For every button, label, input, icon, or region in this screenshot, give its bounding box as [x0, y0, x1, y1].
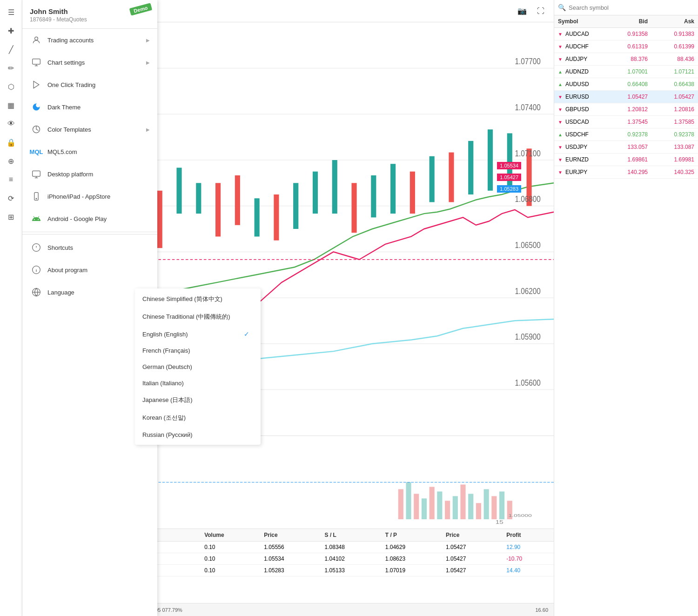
svg-rect-72: [460, 484, 465, 519]
symbol-row[interactable]: ▼ EURNZD 1.69861 1.69981: [554, 154, 698, 166]
col-profit: Profit: [503, 529, 554, 542]
symbol-row[interactable]: ▲ USDCHF 0.92378 0.92378: [554, 128, 698, 141]
col-price: Price: [260, 529, 321, 542]
menu-item-android[interactable]: Android - Google Play: [22, 208, 157, 230]
col-empty1: [168, 529, 184, 542]
symbol-row[interactable]: ▼ AUDCHF 0.61319 0.61399: [554, 40, 698, 53]
hamburger-menu-icon[interactable]: ☰: [3, 4, 20, 20]
header-bid: Bid: [601, 18, 648, 25]
symbol-row[interactable]: ▲ AUDUSD 0.66408 0.66438: [554, 78, 698, 91]
svg-rect-66: [414, 494, 419, 519]
menu-item-color-templates[interactable]: Color Templates ▶: [22, 118, 157, 141]
cell-volume: 0.10: [201, 553, 260, 565]
fullscreen-icon[interactable]: ⛶: [533, 4, 548, 19]
cell-sl: 1.08348: [321, 542, 382, 553]
one-click-trading-icon: [30, 78, 43, 91]
search-bar: 🔍: [554, 0, 698, 15]
screenshot-icon[interactable]: 📷: [515, 4, 530, 19]
desktop-platform-label: Desktop platform: [47, 171, 150, 178]
lang-item-chinese-simplified[interactable]: Chinese Simplified (简体中文): [135, 290, 261, 308]
ask-value: 0.92378: [648, 131, 694, 138]
cell-current-price: 1.05427: [442, 565, 503, 576]
svg-rect-36: [410, 172, 415, 214]
lang-item-french[interactable]: French (Français): [135, 342, 261, 359]
cell-current-price: 1.05427: [442, 542, 503, 553]
symbol-row[interactable]: ▲ AUDNZD 1.07001 1.07121: [554, 66, 698, 78]
draw-line-icon[interactable]: ╱: [3, 41, 20, 58]
lock-icon[interactable]: 🔒: [3, 134, 20, 151]
price-highlight-2: 1.05427: [497, 174, 521, 181]
svg-rect-64: [398, 489, 403, 519]
menu-item-trading-accounts[interactable]: Trading accounts ▶: [22, 29, 157, 51]
svg-rect-15: [176, 167, 181, 214]
svg-rect-69: [437, 491, 442, 519]
symbol-row[interactable]: ▼ AUDCAD 0.91358 0.91383: [554, 28, 698, 40]
shortcuts-icon: [30, 241, 43, 254]
svg-rect-35: [351, 183, 356, 233]
symbol-row[interactable]: ▼ USDCAD 1.37545 1.37585: [554, 116, 698, 128]
svg-point-91: [36, 198, 37, 199]
crosshair-icon[interactable]: ✚: [3, 22, 20, 39]
cell-empty1: [168, 542, 184, 553]
ask-value: 1.07121: [648, 68, 694, 75]
svg-rect-76: [491, 496, 497, 519]
node-icon[interactable]: ⬡: [3, 78, 20, 95]
network-icon[interactable]: ⊕: [3, 153, 20, 169]
list-icon[interactable]: ≡: [3, 171, 20, 188]
pencil-icon[interactable]: ✏: [3, 60, 20, 76]
symbol-row[interactable]: ▼ USDJPY 133.057 133.087: [554, 141, 698, 154]
lang-item-chinese-traditional[interactable]: Chinese Traditional (中國傳統的): [135, 308, 261, 326]
symbol-name: ▼ AUDJPY: [558, 56, 601, 62]
symbol-table: ▼ AUDCAD 0.91358 0.91383 ▼ AUDCHF 0.6131…: [554, 28, 698, 616]
down-arrow-icon: ▼: [558, 32, 563, 37]
symbol-row[interactable]: ▼ GBPUSD 1.20812 1.20816: [554, 103, 698, 116]
menu-item-desktop-platform[interactable]: Desktop platform: [22, 163, 157, 185]
history-icon[interactable]: ⟳: [3, 190, 20, 207]
cell-tp: 1.04629: [382, 542, 442, 553]
svg-rect-67: [422, 498, 427, 519]
eye-icon[interactable]: 👁: [3, 115, 20, 132]
lang-item-russian[interactable]: Russian (Русский): [135, 427, 261, 443]
symbol-row[interactable]: ▼ EURUSD 1.05427 1.05427: [554, 91, 698, 103]
down-arrow-icon: ▼: [558, 57, 563, 62]
menu-item-one-click-trading[interactable]: One Click Trading: [22, 74, 157, 96]
language-submenu: Chinese Simplified (简体中文) Chinese Tradit…: [135, 288, 261, 445]
svg-rect-32: [215, 183, 221, 236]
cell-tp: 1.08623: [382, 553, 442, 565]
svg-text:1.07100: 1.07100: [515, 149, 540, 159]
right-panel: 🔍 Symbol Bid Ask ▼ AUDCAD 0.91358 0.9138…: [554, 0, 698, 616]
bid-value: 0.92378: [601, 131, 648, 138]
svg-rect-75: [484, 489, 489, 519]
menu-item-iphone-ipad[interactable]: iPhone/iPad - AppStore: [22, 185, 157, 208]
menu-item-shortcuts[interactable]: Shortcuts: [22, 236, 157, 259]
lang-item-german[interactable]: German (Deutsch): [135, 359, 261, 375]
menu-item-dark-theme[interactable]: Dark Theme: [22, 96, 157, 118]
menu-item-chart-settings[interactable]: Chart settings ▶: [22, 51, 157, 74]
svg-text:1.05000: 1.05000: [509, 513, 532, 518]
symbol-row[interactable]: ▼ EURJPY 140.295 140.325: [554, 166, 698, 179]
svg-rect-74: [476, 503, 481, 519]
ask-value: 1.37585: [648, 119, 694, 125]
search-input[interactable]: [569, 4, 694, 11]
svg-rect-33: [235, 175, 240, 225]
lang-item-korean[interactable]: Korean (조선말): [135, 409, 261, 427]
col-current-price: Price: [442, 529, 503, 542]
about-label: About program: [47, 267, 150, 274]
menu-header: Demo John Smith 1876849 - MetaQuotes: [22, 0, 157, 29]
ask-value: 0.91383: [648, 31, 694, 37]
svg-rect-16: [196, 183, 201, 214]
lang-item-japanese[interactable]: Japanese (日本語): [135, 391, 261, 409]
cell-volume: 0.10: [201, 565, 260, 576]
app-container: ☰ ✚ ╱ ✏ ⬡ ▦ 👁 🔒 ⊕ ≡ ⟳ ⊞ + − 〜 📅 ≡ 📷 ⛶ 0.…: [0, 0, 698, 616]
bars-icon[interactable]: ▦: [3, 97, 20, 114]
total-profit: 16.60: [535, 607, 548, 613]
cell-profit: -10.70: [503, 553, 554, 565]
symbol-row[interactable]: ▼ AUDJPY 88.376 88.436: [554, 53, 698, 66]
table-icon[interactable]: ⊞: [3, 208, 20, 225]
menu-item-mql5[interactable]: MQL MQL5.com: [22, 141, 157, 163]
menu-item-about[interactable]: About program: [22, 259, 157, 281]
lang-item-italian[interactable]: Italian (Italiano): [135, 375, 261, 391]
svg-rect-22: [390, 164, 396, 214]
price-highlight-1: 1.05534: [497, 162, 521, 169]
lang-item-english[interactable]: English (English) ✓: [135, 326, 261, 342]
